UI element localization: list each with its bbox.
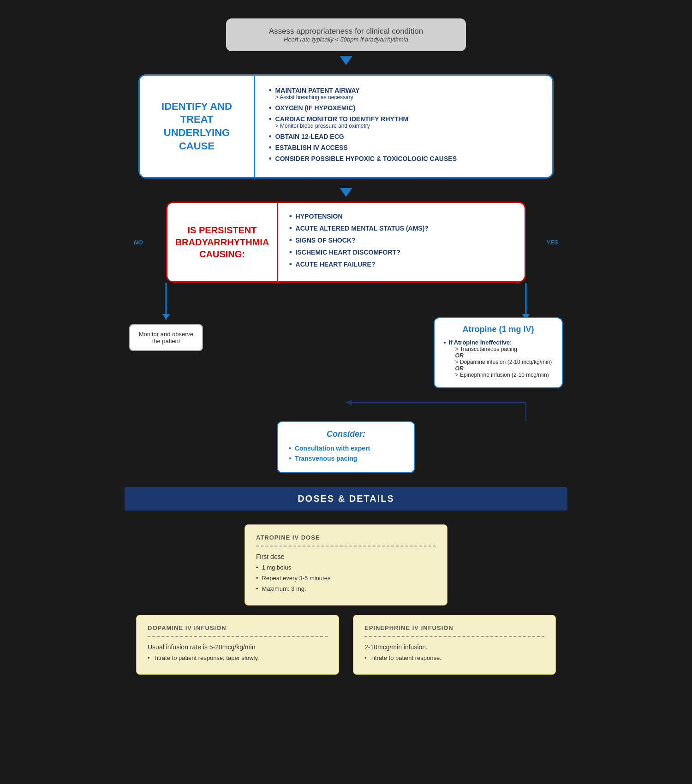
epinephrine-list: Titrate to patient response. xyxy=(364,654,544,661)
list-item: CONSIDER POSSIBLE HYPOXIC & TOXICOLOGIC … xyxy=(269,155,538,162)
no-label: NO xyxy=(134,239,143,246)
list-item-main: OXYGEN (IF HYPOXEMIC) xyxy=(275,104,355,112)
monitor-section: Monitor and observe the patient xyxy=(129,324,203,351)
consider-item: Transvenous pacing xyxy=(289,455,403,462)
atropine-title: Atropine (1 mg IV) xyxy=(444,325,553,334)
dashed-divider xyxy=(364,636,544,637)
atropine-sub: > Transcutaneous pacing xyxy=(455,346,552,352)
consider-item: Consultation with expert xyxy=(289,445,403,452)
list-item-main: ESTABLISH IV ACCESS xyxy=(275,144,348,151)
yes-label: YES xyxy=(546,239,558,246)
persistent-right: HYPOTENSION ACUTE ALTERED MENTAL STATUS … xyxy=(278,203,525,281)
assess-title: Assess appropriateness for clinical cond… xyxy=(245,27,447,36)
dopamine-card: DOPAMINE IV INFUSION Usual infusion rate… xyxy=(136,615,339,675)
dashed-divider xyxy=(256,546,436,546)
list-item-main: CONSIDER POSSIBLE HYPOXIC & TOXICOLOGIC … xyxy=(275,155,457,162)
list-item-sub: Monitor blood pressure and oximetry xyxy=(275,123,409,129)
atropine-sub: > Epinephrine infusion (2-10 mcg/min) xyxy=(455,372,552,378)
consider-title: Consider: xyxy=(289,429,403,439)
list-item-main: MAINTAIN PATENT AIRWAY xyxy=(275,87,360,94)
list-item: ACUTE HEART FAILURE? xyxy=(289,260,513,268)
identify-left: IDENTIFY ANDTREAT UNDERLYINGCAUSE xyxy=(140,76,255,177)
identify-list: MAINTAIN PATENT AIRWAY Assist breathing … xyxy=(269,87,538,162)
list-item-sub: Assist breathing as necessary xyxy=(275,94,360,101)
atropine-item: If Atropine ineffective: > Transcutaneou… xyxy=(444,339,553,378)
dashed-divider xyxy=(148,636,328,637)
persistent-list: HYPOTENSION ACUTE ALTERED MENTAL STATUS … xyxy=(289,212,513,268)
dose-item: Repeat every 3-5 minutes xyxy=(256,575,436,582)
atropine-box: Atropine (1 mg IV) If Atropine ineffecti… xyxy=(434,317,563,388)
list-item: MAINTAIN PATENT AIRWAY Assist breathing … xyxy=(269,87,538,101)
list-item: ESTABLISH IV ACCESS xyxy=(269,144,538,151)
atropine-dose-subtitle: First dose xyxy=(256,553,436,560)
epinephrine-subtitle: 2-10mcg/min infusion. xyxy=(364,643,544,651)
epinephrine-item: Titrate to patient response. xyxy=(364,654,544,661)
epinephrine-title: EPINEPHRINE IV INFUSION xyxy=(364,624,544,631)
list-item: OBTAIN 12-LEAD ECG xyxy=(269,133,538,140)
arrow-1 xyxy=(340,56,352,65)
list-item-main: OBTAIN 12-LEAD ECG xyxy=(275,133,344,140)
atropine-sub: > Dopamine infusion (2-10 mcg/kg/min) xyxy=(455,359,552,365)
dopamine-title: DOPAMINE IV INFUSION xyxy=(148,624,328,631)
assess-subtitle: Heart rate typically < 50bpm if bradyarr… xyxy=(245,36,447,43)
assess-box: Assess appropriateness for clinical cond… xyxy=(226,18,466,51)
arrow-2 xyxy=(340,188,352,197)
consider-section: Consider: Consultation with expert Trans… xyxy=(125,421,567,473)
list-item: CARDIAC MONITOR TO IDENTIFY RHYTHM Monit… xyxy=(269,115,538,129)
bottom-cards-row: DOPAMINE IV INFUSION Usual infusion rate… xyxy=(125,615,567,675)
list-item: ISCHEMIC HEART DISCOMFORT? xyxy=(289,248,513,256)
atropine-dose-list: 1 mg bolus Repeat every 3-5 minutes Maxi… xyxy=(256,564,436,592)
identify-right: MAINTAIN PATENT AIRWAY Assist breathing … xyxy=(255,76,552,177)
identify-box: IDENTIFY ANDTREAT UNDERLYINGCAUSE MAINTA… xyxy=(138,74,554,178)
atropine-or-1: OR xyxy=(455,352,552,359)
consider-box: Consider: Consultation with expert Trans… xyxy=(277,421,415,473)
atropine-or-2: OR xyxy=(455,365,552,372)
consider-arrow-svg xyxy=(125,384,567,421)
list-item: HYPOTENSION xyxy=(289,212,513,220)
dose-item: 1 mg bolus xyxy=(256,564,436,571)
atropine-dose-card: ATROPINE IV DOSE First dose 1 mg bolus R… xyxy=(245,524,447,606)
list-item-main: CARDIAC MONITOR TO IDENTIFY RHYTHM xyxy=(275,115,409,123)
atropine-main: If Atropine ineffective: xyxy=(449,339,512,346)
dopamine-item: Titrate to patient response; taper slowl… xyxy=(148,654,328,661)
identify-label: IDENTIFY ANDTREAT UNDERLYINGCAUSE xyxy=(151,100,243,153)
branch-wrapper: NO IS PERSISTENTBRADYARRHYTHMIACAUSING: … xyxy=(125,202,567,473)
consider-item-text: Consultation with expert xyxy=(295,445,370,452)
dopamine-subtitle: Usual infusion rate is 5-20mcg/kg/min xyxy=(148,643,328,651)
monitor-text: Monitor and observe the patient xyxy=(139,331,194,344)
persistent-label: IS PERSISTENTBRADYARRHYTHMIACAUSING: xyxy=(175,224,269,260)
list-item: OXYGEN (IF HYPOXEMIC) xyxy=(269,104,538,112)
consider-item-text: Transvenous pacing xyxy=(295,455,357,462)
atropine-section: Atropine (1 mg IV) If Atropine ineffecti… xyxy=(434,317,563,388)
atropine-list: If Atropine ineffective: > Transcutaneou… xyxy=(444,339,553,378)
dose-item: Maximum: 3 mg. xyxy=(256,585,436,592)
list-item: SIGNS OF SHOCK? xyxy=(289,236,513,244)
list-item: ACUTE ALTERED MENTAL STATUS (AMS)? xyxy=(289,224,513,232)
dopamine-list: Titrate to patient response; taper slowl… xyxy=(148,654,328,661)
epinephrine-card: EPINEPHRINE IV INFUSION 2-10mcg/min infu… xyxy=(353,615,556,675)
persistent-box: IS PERSISTENTBRADYARRHYTHMIACAUSING: HYP… xyxy=(166,202,526,283)
red-row: NO IS PERSISTENTBRADYARRHYTHMIACAUSING: … xyxy=(125,202,567,283)
svg-marker-6 xyxy=(346,400,352,405)
atropine-dose-title: ATROPINE IV DOSE xyxy=(256,534,436,541)
monitor-box: Monitor and observe the patient xyxy=(129,324,203,351)
svg-marker-1 xyxy=(162,314,170,320)
doses-banner: DOSES & DETAILS xyxy=(125,487,567,511)
persistent-left: IS PERSISTENTBRADYARRHYTHMIACAUSING: xyxy=(167,203,278,281)
detail-cards: ATROPINE IV DOSE First dose 1 mg bolus R… xyxy=(125,524,567,693)
consider-list: Consultation with expert Transvenous pac… xyxy=(289,445,403,462)
page: Assess appropriateness for clinical cond… xyxy=(101,18,591,693)
